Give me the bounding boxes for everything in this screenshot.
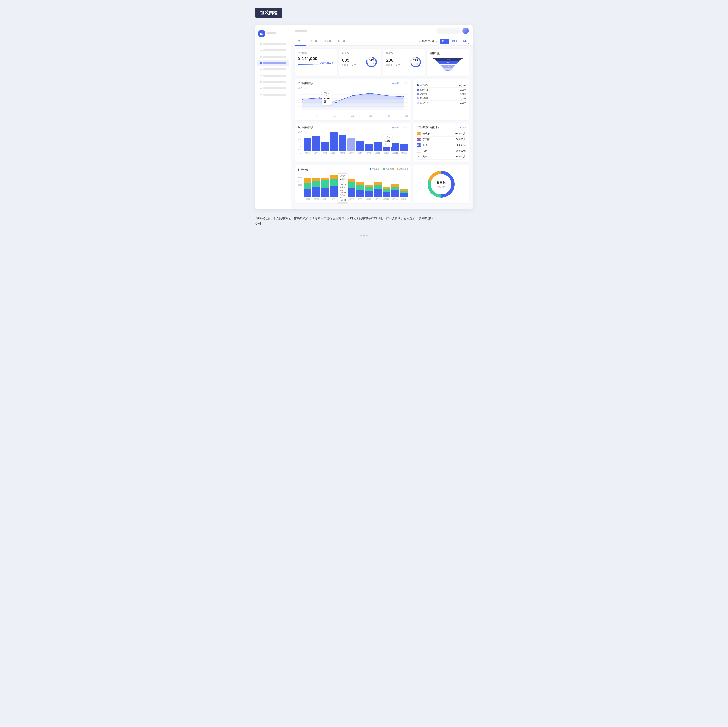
sidebar-nav xyxy=(255,41,291,98)
bar-seg-2 xyxy=(321,179,329,181)
sidebar-item-2[interactable] xyxy=(257,54,289,60)
rank-item: 5 吴宁 35,000元 xyxy=(416,154,466,159)
next-arrow[interactable]: › xyxy=(436,40,437,43)
order-donut-center: 685 订单总数 xyxy=(436,179,446,189)
stacked-bar-wrap xyxy=(365,185,373,197)
city-bar-3 xyxy=(330,132,338,151)
order-x-label: 城市1 xyxy=(304,198,312,200)
order-x-label: 城市2 xyxy=(312,198,321,200)
city-bar-8 xyxy=(374,142,381,152)
rank-item: 4 张驰 76,000元 xyxy=(416,148,466,154)
stacked-bar-wrap xyxy=(321,179,329,197)
order-y-axis: 5000 4000 3000 2000 1000 0 xyxy=(298,173,304,193)
funnel-legend-dot xyxy=(416,102,419,104)
city-bar-label-10: 城市11 xyxy=(393,152,398,155)
kpi-sales-value: ¥ 144,000 xyxy=(298,56,333,61)
rank-more[interactable]: 更多 > xyxy=(459,126,466,129)
city-bar-wrap: 城市3 xyxy=(321,142,329,155)
sidebar-item-5[interactable] xyxy=(257,73,289,79)
city-toggle-sales[interactable]: 销售额 xyxy=(393,126,399,129)
channel-chart-card: 渠道销售情况 销售额 订单数 单位（元） xyxy=(295,79,411,120)
order-x-label: 城市8 xyxy=(364,198,373,200)
kpi-sales-title: 总销售额 xyxy=(298,52,333,55)
app-logo-icon: Ea xyxy=(258,31,265,37)
bar-seg-2 xyxy=(365,185,373,187)
tab-nav: ‹ 2020年4月 › xyxy=(419,40,437,43)
line-chart-svg xyxy=(298,90,408,114)
prev-arrow[interactable]: ‹ xyxy=(419,40,420,43)
city-bar-wrap: 城市9 xyxy=(374,142,381,155)
svg-point-18 xyxy=(318,98,320,99)
sidebar-item-4[interactable] xyxy=(257,66,289,72)
rank-name: 吴宁 xyxy=(422,155,454,158)
svg-point-20 xyxy=(352,95,353,96)
order-dist-title: 订单分布 xyxy=(298,168,308,171)
city-tooltip-city: 城市6 xyxy=(384,136,390,139)
sidebar-bar xyxy=(263,62,286,64)
tab-华东区[interactable]: 华东区 xyxy=(320,37,334,46)
funnel-legend-left: 初步沟通 xyxy=(416,88,428,91)
period-year[interactable]: 按年 xyxy=(460,39,468,44)
rank-item: NO.2 李美丽 156,000元 xyxy=(416,136,466,142)
tab-华南区[interactable]: 华南区 xyxy=(306,37,320,46)
toggle-sales[interactable]: 销售额 xyxy=(393,82,399,85)
stacked-bar-wrap xyxy=(382,187,390,197)
funnel-legend: 添加渠道 16,800 初步沟通 9,700 确定意向 5,400 商业洽谈 3… xyxy=(416,83,466,105)
city-bar-wrap: 城市5 xyxy=(339,135,346,155)
rank-name: 张乐乐 xyxy=(422,132,453,135)
bar-seg-1 xyxy=(374,185,381,189)
bar-seg-0 xyxy=(365,191,373,197)
city-bar-label-6: 城市7 xyxy=(358,152,362,155)
rank-name: 李美丽 xyxy=(422,138,453,141)
header-search[interactable] xyxy=(436,28,460,34)
city-bar-5 xyxy=(347,138,355,151)
funnel-legend-item: 初步沟通 9,700 xyxy=(416,87,466,92)
sidebar-bar xyxy=(263,49,286,51)
period-quarter[interactable]: 按季度 xyxy=(449,39,460,44)
funnel-legend-left: 确定意向 xyxy=(416,92,428,95)
period-month[interactable]: 按月 xyxy=(440,39,449,44)
order-x-label: 城市4 xyxy=(330,198,338,200)
city-chart-title: 城市销售情况 xyxy=(298,126,314,129)
orders-donut: 80% 转化率 xyxy=(366,56,378,68)
stacked-bar-wrap xyxy=(312,179,320,197)
funnel-legend-value: 9,700 xyxy=(460,89,466,91)
city-toggle-orders[interactable]: 订单数 xyxy=(401,126,408,129)
city-bar-label-1: 城市2 xyxy=(314,152,318,155)
funnel-legend-dot xyxy=(416,89,419,91)
channels-rate-label: 签约率 xyxy=(413,63,419,65)
funnel-legend-item: 添加渠道 16,800 xyxy=(416,83,466,87)
tab-总部[interactable]: 总部 xyxy=(295,37,306,46)
funnel-legend-value: 5,400 xyxy=(460,93,466,95)
sidebar-item-7[interactable] xyxy=(257,86,289,91)
city-chart-toggle: 销售额 订单数 xyxy=(393,126,408,129)
stacked-bar-wrap xyxy=(356,182,364,197)
city-charts-row: 城市销售情况 销售额 订单数 单位（元） 50w xyxy=(295,123,469,162)
bar-seg-0 xyxy=(321,188,329,197)
svg-text:40%: 40% xyxy=(446,62,450,64)
sidebar-item-8[interactable] xyxy=(257,92,289,98)
sidebar-item-6[interactable] xyxy=(257,79,289,85)
city-bar-wrap: 城市8 xyxy=(365,144,373,155)
bar-seg-1 xyxy=(347,182,355,188)
city-bar-0 xyxy=(304,138,311,151)
x-labels: 4.1 4.5 4.10 4.15 4.20 4.25 4.30 xyxy=(298,115,408,118)
header-avatar xyxy=(462,28,469,34)
city-bar-label-0: 城市1 xyxy=(305,152,310,155)
svg-point-22 xyxy=(386,95,387,96)
tab-东南区[interactable]: 东南区 xyxy=(334,37,349,46)
city-bar-11 xyxy=(400,144,408,151)
bar-seg-0 xyxy=(382,192,390,197)
sidebar-bar xyxy=(263,87,286,89)
toggle-orders[interactable]: 订单数 xyxy=(401,82,408,85)
city-bar-wrap: 城市11 xyxy=(391,143,399,155)
sidebar-item-3[interactable] xyxy=(257,60,289,66)
city-bar-10 xyxy=(391,143,399,151)
rank-items: NO.1 张乐乐 235,000元 NO.2 李美丽 156,000元 NO.3… xyxy=(416,131,466,159)
sidebar-item-0[interactable] xyxy=(257,41,289,47)
funnel-title: 销售转化 xyxy=(430,52,466,55)
sidebar-item-1[interactable] xyxy=(257,47,289,54)
city-bar-6 xyxy=(356,141,364,151)
city-bar-wrap: 城市6 xyxy=(347,138,355,155)
stacked-bar-wrap xyxy=(330,175,338,197)
